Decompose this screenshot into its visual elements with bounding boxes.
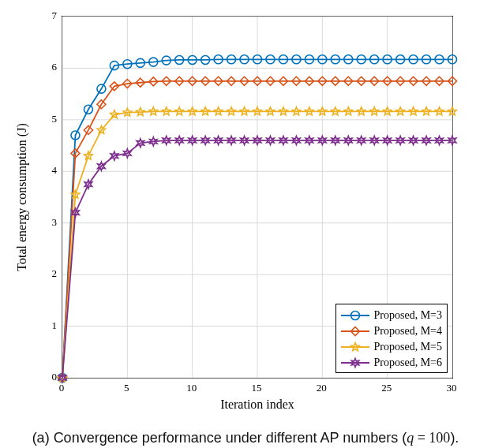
x-axis-label: Iteration index — [62, 398, 453, 412]
y-tick-label: 3 — [25, 216, 57, 229]
caption: (a) Convergence performance under differ… — [0, 429, 491, 447]
y-tick-label: 1 — [25, 319, 57, 332]
legend-swatch — [341, 309, 369, 322]
figure-root: 01234567 051015202530 Total energy consu… — [0, 0, 491, 448]
legend-row: Proposed, M=6 — [341, 355, 442, 371]
y-tick-label: 0 — [25, 371, 57, 383]
legend-label: Proposed, M=6 — [374, 357, 442, 369]
y-axis-label: Total energy consumption (J) — [15, 123, 29, 271]
legend-swatch — [341, 341, 369, 353]
legend-swatch — [341, 357, 369, 369]
legend-row: Proposed, M=4 — [341, 323, 442, 339]
x-tick-label: 20 — [317, 382, 327, 394]
y-tick-label: 2 — [25, 267, 57, 280]
caption-eq: = 100 — [414, 430, 450, 446]
x-tick-label: 25 — [381, 382, 392, 394]
y-tick-label: 4 — [25, 164, 57, 177]
caption-suffix: ). — [450, 430, 459, 446]
legend-label: Proposed, M=5 — [374, 341, 442, 353]
y-tick-label: 6 — [25, 61, 57, 73]
plot-area: Proposed, M=3Proposed, M=4Proposed, M=5P… — [62, 16, 453, 379]
y-tick-label: 5 — [25, 113, 57, 125]
legend-label: Proposed, M=3 — [374, 309, 442, 322]
legend-row: Proposed, M=5 — [341, 339, 442, 355]
legend-swatch — [341, 325, 369, 338]
x-tick-label: 0 — [59, 382, 65, 394]
x-tick-label: 30 — [447, 382, 457, 394]
legend-row: Proposed, M=3 — [341, 308, 442, 323]
caption-prefix: (a) Convergence performance under differ… — [32, 430, 407, 446]
x-tick-label: 15 — [252, 382, 262, 394]
x-tick-label: 5 — [124, 382, 129, 394]
legend-label: Proposed, M=4 — [374, 325, 442, 338]
x-tick-label: 10 — [186, 382, 197, 394]
caption-var: q — [407, 430, 414, 446]
y-axis-label-wrap: Total energy consumption (J) — [14, 16, 30, 379]
legend: Proposed, M=3Proposed, M=4Proposed, M=5P… — [335, 304, 448, 373]
y-tick-label: 7 — [25, 9, 57, 22]
